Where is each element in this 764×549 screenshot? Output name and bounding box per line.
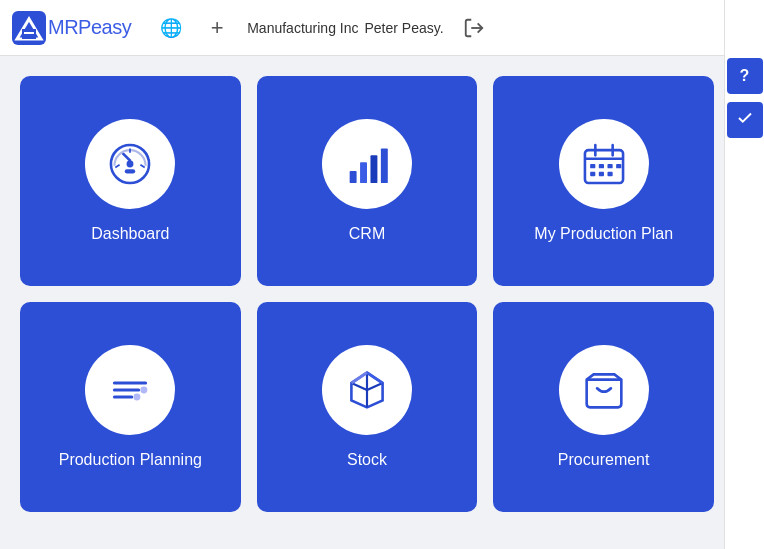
svg-line-7 [123,154,130,161]
module-label-production-plan: My Production Plan [534,225,673,243]
module-card-production-planning[interactable]: Production Planning [20,302,241,512]
logo-icon [12,11,46,45]
module-card-dashboard[interactable]: Dashboard [20,76,241,286]
svg-rect-21 [598,164,603,168]
check-icon [736,109,754,131]
sidebar-right: ? [724,0,764,549]
module-label-crm: CRM [349,225,385,243]
svg-rect-13 [360,162,367,183]
module-icon-procurement [559,345,649,435]
module-card-crm[interactable]: CRM [257,76,478,286]
svg-rect-15 [381,148,388,183]
module-label-production-planning: Production Planning [59,451,202,469]
module-card-procurement[interactable]: Procurement [493,302,714,512]
globe-button[interactable]: 🌐 [155,12,187,44]
user-name: Peter Peasy. [365,20,444,36]
module-label-procurement: Procurement [558,451,650,469]
plus-icon: + [211,15,224,41]
logout-icon [463,17,485,39]
module-icon-stock [322,345,412,435]
svg-rect-24 [590,172,595,176]
logo[interactable]: MRPeasy [12,11,131,45]
company-name: Manufacturing Inc [247,20,358,36]
module-icon-dashboard [85,119,175,209]
help-button[interactable]: ? [727,58,763,94]
svg-rect-11 [125,169,135,173]
svg-line-8 [116,165,120,168]
modules-grid: Dashboard CRM My Production Plan [0,56,764,549]
header-center: 🌐 + Manufacturing Inc Peter Peasy. [155,12,489,44]
globe-icon: 🌐 [160,17,182,39]
svg-rect-23 [616,164,621,168]
svg-rect-14 [370,155,377,183]
module-card-stock[interactable]: Stock [257,302,478,512]
help-icon: ? [740,67,750,85]
svg-line-9 [141,165,145,168]
module-icon-crm [322,119,412,209]
module-card-production-plan[interactable]: My Production Plan [493,76,714,286]
tasks-button[interactable] [727,102,763,138]
header-user: Manufacturing Inc Peter Peasy. [247,20,443,36]
logo-text: MRPeasy [48,16,131,39]
module-icon-production-plan [559,119,649,209]
svg-rect-25 [598,172,603,176]
module-icon-production-planning [85,345,175,435]
svg-rect-12 [350,171,357,183]
module-label-stock: Stock [347,451,387,469]
svg-rect-20 [590,164,595,168]
svg-point-31 [134,393,141,400]
logout-button[interactable] [458,12,490,44]
svg-rect-22 [607,164,612,168]
module-label-dashboard: Dashboard [91,225,169,243]
header: MRPeasy 🌐 + Manufacturing Inc Peter Peas… [0,0,764,56]
add-button[interactable]: + [201,12,233,44]
svg-point-30 [141,387,148,394]
svg-rect-26 [607,172,612,176]
